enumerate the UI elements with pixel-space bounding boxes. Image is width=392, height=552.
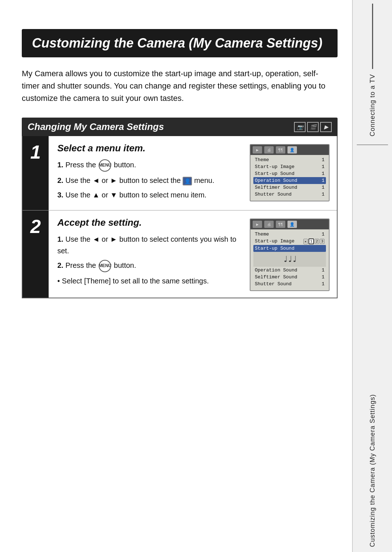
img-opt-3: 3 bbox=[320, 239, 324, 244]
sound-preview: ♩♩♩ bbox=[253, 252, 326, 267]
step-2-number-col: 2 bbox=[23, 210, 49, 298]
screen2-row-operation-sound: Operation Sound 1 bbox=[253, 267, 326, 274]
menu-row-operation-sound: Operation Sound 1 bbox=[253, 177, 326, 184]
sidebar-divider bbox=[357, 144, 388, 145]
my-camera-icon-1: 👤 bbox=[183, 177, 192, 185]
step-1: 1 Select a menu item. 1. Press the MENU … bbox=[23, 136, 337, 210]
step-2-screen: ▶ 🖨 ¶¶ 👤 Theme 1 Start-up Image bbox=[250, 218, 330, 291]
screen2-row-startup-sound: Start-up Sound bbox=[253, 245, 326, 252]
screen2-label-startup-image: Start-up Image bbox=[255, 238, 294, 244]
screen-tab-mycam: 👤 bbox=[287, 146, 297, 154]
screen-2-tab-print: 🖨 bbox=[264, 221, 274, 228]
menu-value-selftimer: 1 bbox=[322, 185, 324, 190]
step-2-instructions: 1. Use the ◄ or ► button to select conte… bbox=[57, 233, 242, 287]
sidebar-rule-top bbox=[372, 4, 373, 69]
mode-icon-play: ▶ bbox=[320, 122, 332, 132]
menu-label-operation-sound: Operation Sound bbox=[255, 178, 297, 183]
screen-1-body: Theme 1 Start-up Image 1 Start-up Sound … bbox=[250, 155, 329, 201]
img-opt-1: 1 bbox=[309, 238, 314, 244]
mode-icons: 📷 🎬 ▶ bbox=[294, 122, 332, 132]
main-content: Customizing the Camera (My Camera Settin… bbox=[0, 0, 352, 552]
screen-1-header: ▶ 🖨 ¶¶ 👤 bbox=[250, 145, 329, 155]
step-2-content: Accept the setting. 1. Use the ◄ or ► bu… bbox=[49, 210, 337, 298]
img-opt-x: ✕ bbox=[303, 239, 308, 244]
intro-paragraph: My Camera allows you to customize the st… bbox=[22, 68, 334, 105]
screen-2-tab-settings: ¶¶ bbox=[276, 221, 285, 228]
right-sidebar: Connecting to a TV Customizing the Camer… bbox=[352, 0, 392, 552]
menu-label-startup-sound: Start-up Sound bbox=[255, 171, 294, 176]
mode-icon-video: 🎬 bbox=[307, 122, 319, 132]
menu-value-startup-sound: 1 bbox=[322, 171, 324, 176]
screen2-row-selftimer: Selftimer Sound 1 bbox=[253, 274, 326, 281]
screen2-value-operation-sound: 1 bbox=[322, 267, 324, 273]
step-2-inst-1: 1. Use the ◄ or ► button to select conte… bbox=[57, 233, 242, 257]
screen2-label-shutter: Shutter Sound bbox=[255, 281, 291, 287]
step-1-content: Select a menu item. 1. Press the MENU bu… bbox=[49, 136, 337, 210]
menu-label-selftimer: Selftimer Sound bbox=[255, 185, 297, 190]
step-1-inst-3: 3. Use the ▲ or ▼ button to select menu … bbox=[57, 189, 242, 201]
screen-2-body: Theme 1 Start-up Image ✕ 1 2 3 bbox=[250, 229, 329, 290]
mode-icon-camera: 📷 bbox=[294, 122, 306, 132]
step-2-inst-2: 2. Press the MENU button. bbox=[57, 259, 242, 272]
screen-tab-settings: ¶¶ bbox=[276, 146, 285, 154]
screen-2-header: ▶ 🖨 ¶¶ 👤 bbox=[250, 219, 329, 229]
img-opt-2: 2 bbox=[315, 239, 319, 244]
menu-value-shutter: 1 bbox=[322, 192, 324, 197]
screen2-row-theme: Theme 1 bbox=[253, 231, 326, 238]
sidebar-text-connecting: Connecting to a TV bbox=[369, 69, 376, 142]
sidebar-text-customizing: Customizing the Camera (My Camera Settin… bbox=[369, 148, 376, 552]
menu-row-shutter: Shutter Sound 1 bbox=[253, 191, 326, 198]
step-1-inst-1: 1. Press the MENU button. bbox=[57, 159, 242, 172]
menu-label-shutter: Shutter Sound bbox=[255, 192, 291, 197]
step-2: 2 Accept the setting. 1. Use the ◄ or ► … bbox=[23, 210, 337, 298]
step-2-bullet: • Select [Theme] to set all to the same … bbox=[57, 275, 242, 287]
screen2-label-operation-sound: Operation Sound bbox=[255, 267, 297, 273]
screen2-label-startup-sound: Start-up Sound bbox=[255, 246, 294, 251]
step-1-title: Select a menu item. bbox=[57, 143, 242, 154]
menu-label-theme: Theme bbox=[255, 157, 269, 163]
startup-image-options: ✕ 1 2 3 bbox=[303, 238, 324, 244]
screen-tab-play: ▶ bbox=[253, 146, 262, 154]
step-1-text: Select a menu item. 1. Press the MENU bu… bbox=[57, 143, 242, 204]
screen2-row-shutter: Shutter Sound 1 bbox=[253, 281, 326, 287]
step-1-number-col: 1 bbox=[23, 136, 49, 210]
step-1-screen: ▶ 🖨 ¶¶ 👤 Theme 1 Start-up Image 1 bbox=[250, 144, 330, 201]
menu-row-startup-sound: Start-up Sound 1 bbox=[253, 170, 326, 177]
screen2-row-startup-image: Start-up Image ✕ 1 2 3 bbox=[253, 238, 326, 245]
section-header: Changing My Camera Settings 📷 🎬 ▶ bbox=[22, 118, 338, 136]
menu-value-startup-image: 1 bbox=[322, 164, 324, 169]
page-title: Customizing the Camera (My Camera Settin… bbox=[22, 29, 338, 57]
step-1-inst-2: 2. Use the ◄ or ► button to select the 👤… bbox=[57, 175, 242, 186]
menu-row-selftimer: Selftimer Sound 1 bbox=[253, 184, 326, 191]
menu-label-startup-image: Start-up Image bbox=[255, 164, 294, 169]
steps-container: 1 Select a menu item. 1. Press the MENU … bbox=[22, 136, 338, 298]
section-header-label: Changing My Camera Settings bbox=[28, 121, 164, 132]
step-1-instructions: 1. Press the MENU button. 2. Use the ◄ o… bbox=[57, 159, 242, 201]
step-2-text: Accept the setting. 1. Use the ◄ or ► bu… bbox=[57, 217, 242, 291]
screen2-value-selftimer: 1 bbox=[322, 274, 324, 280]
screen-2-tab-mycam: 👤 bbox=[287, 221, 297, 228]
screen-2-tab-play: ▶ bbox=[253, 221, 262, 228]
screen2-label-theme: Theme bbox=[255, 232, 269, 237]
menu-value-theme: 1 bbox=[322, 157, 324, 163]
screen2-label-selftimer: Selftimer Sound bbox=[255, 274, 297, 280]
menu-button-icon-2: MENU bbox=[99, 260, 111, 272]
screen-tab-print: 🖨 bbox=[264, 146, 274, 154]
step-1-number: 1 bbox=[30, 143, 41, 161]
screen2-value-shutter: 1 bbox=[322, 281, 324, 287]
menu-value-operation-sound: 1 bbox=[322, 178, 324, 183]
menu-row-theme: Theme 1 bbox=[253, 156, 326, 163]
screen2-value-theme: 1 bbox=[322, 232, 324, 237]
step-2-title: Accept the setting. bbox=[57, 217, 242, 228]
menu-button-icon-1: MENU bbox=[99, 159, 111, 172]
step-2-number: 2 bbox=[30, 217, 41, 236]
menu-row-startup-image: Start-up Image 1 bbox=[253, 163, 326, 170]
